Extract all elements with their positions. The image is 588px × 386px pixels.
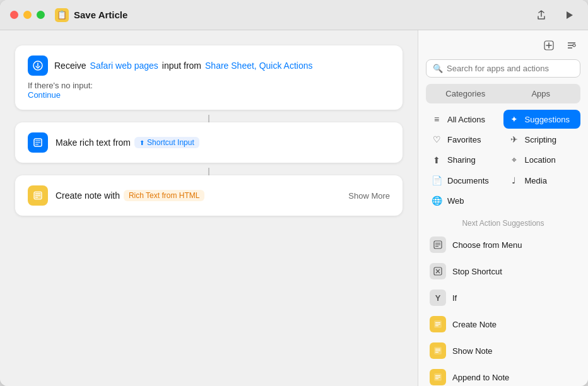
media-icon: ♩ [509,175,520,185]
nav-media-label: Media [525,176,547,185]
nav-location[interactable]: ⌖ Location [503,150,581,170]
share-button[interactable] [532,6,550,24]
all-actions-icon: ≡ [431,114,442,124]
choose-menu-label: Choose from Menu [452,240,522,250]
nav-grid: ≡ All Actions ✦ Suggestions ♡ Favorites … [418,110,588,215]
suggestion-if[interactable]: Y If [423,284,583,311]
close-button[interactable] [10,11,18,19]
suggestion-stop-shortcut[interactable]: Stop Shortcut [423,258,583,284]
shortcut-input-tag[interactable]: ⬆ Shortcut Input [134,137,199,148]
nav-sharing[interactable]: ⬆ Sharing [426,150,503,170]
show-more-button[interactable]: Show More [348,191,390,201]
nav-location-label: Location [525,155,556,165]
rich-text-tag[interactable]: Rich Text from HTML [124,190,204,201]
no-input-text: If there's no input: Continue [28,81,390,100]
safari-web-pages-link[interactable]: Safari web pages [90,61,158,71]
receive-text: Receive Safari web pages input from Shar… [54,61,312,71]
location-icon: ⌖ [509,155,520,165]
stop-shortcut-icon [430,263,446,279]
nav-suggestions-label: Suggestions [525,115,570,124]
receive-icon [28,56,48,76]
svg-point-16 [573,44,575,47]
source-link[interactable]: Share Sheet, Quick Actions [205,61,312,71]
right-panel: 🔍 Categories Apps ≡ All Actions ✦ Sugges… [418,30,588,386]
search-input[interactable] [447,64,573,73]
app-icon: 📋 [55,8,69,22]
minimize-button[interactable] [23,11,32,19]
if-icon: Y [430,290,446,306]
stop-shortcut-label: Stop Shortcut [452,267,502,276]
main-content: Receive Safari web pages input from Shar… [0,30,588,386]
play-button[interactable] [560,6,578,24]
nav-favorites-label: Favorites [447,135,481,144]
continue-link[interactable]: Continue [28,90,61,100]
window-title: Save Article [74,9,127,20]
suggestion-show-note[interactable]: Show Note [423,337,583,364]
suggestion-append-to-note[interactable]: Append to Note [423,364,583,386]
suggestion-choose-from-menu[interactable]: Choose from Menu [423,231,583,258]
share-icon [536,10,546,20]
create-note-text: Create note with Rich Text from HTML [56,190,341,201]
search-icon: 🔍 [433,64,443,73]
workflow-panel: Receive Safari web pages input from Shar… [0,30,418,386]
nav-scripting[interactable]: ✈ Scripting [503,130,581,149]
append-note-label: Append to Note [452,373,509,382]
nav-suggestions[interactable]: ✦ Suggestions [503,110,581,129]
suggestion-create-note[interactable]: Create Note [423,311,583,337]
add-icon [544,40,554,50]
connector-2 [208,168,209,175]
maximize-button[interactable] [37,11,45,19]
make-rich-text-card: Make rich text from ⬆ Shortcut Input [15,122,403,163]
nav-documents-label: Documents [447,176,489,185]
create-note-icon [430,316,446,332]
traffic-lights [10,11,45,19]
choose-menu-icon [430,237,446,253]
connector-1 [208,115,209,122]
if-label: If [452,293,457,303]
create-note-label: Create Note [452,320,497,329]
nav-sharing-label: Sharing [447,155,476,165]
titlebar: 📋 Save Article [0,0,588,30]
web-icon: 🌐 [431,196,442,206]
category-tabs: Categories Apps [426,84,580,103]
scripting-icon: ✈ [509,134,520,144]
nav-favorites[interactable]: ♡ Favorites [426,130,503,149]
create-note-card: Create note with Rich Text from HTML Sho… [15,175,403,216]
documents-icon: 📄 [431,175,442,185]
show-note-label: Show Note [452,346,493,356]
sharing-icon: ⬆ [431,155,442,165]
suggestions-heading: Next Action Suggestions [418,215,588,231]
nav-web[interactable]: 🌐 Web [426,191,503,210]
show-note-icon [430,342,446,359]
make-text: Make rich text from ⬆ Shortcut Input [56,137,390,148]
make-icon [28,132,48,153]
nav-web-label: Web [447,196,464,206]
nav-all-actions[interactable]: ≡ All Actions [426,110,503,129]
tab-categories[interactable]: Categories [428,86,503,102]
receive-row: Receive Safari web pages input from Shar… [28,56,390,76]
nav-all-actions-label: All Actions [447,115,485,124]
note-icon [28,185,48,206]
nav-scripting-label: Scripting [525,135,557,144]
suggestions-icon: ✦ [509,114,520,124]
favorites-icon: ♡ [431,134,442,144]
tab-apps[interactable]: Apps [503,86,579,102]
filter-button[interactable] [563,37,580,54]
search-bar: 🔍 [426,59,580,78]
play-icon [564,10,574,20]
nav-media[interactable]: ♩ Media [503,171,581,190]
append-note-icon [430,369,446,385]
add-action-button[interactable] [540,37,558,54]
svg-marker-0 [567,11,573,19]
receive-card: Receive Safari web pages input from Shar… [15,45,403,110]
suggestions-list: Choose from Menu Stop Shortcut Y [418,231,588,386]
title-actions [532,6,578,24]
filter-icon [567,40,577,50]
app-window: 📋 Save Article [0,0,588,386]
nav-documents[interactable]: 📄 Documents [426,171,503,190]
panel-header [418,30,588,59]
